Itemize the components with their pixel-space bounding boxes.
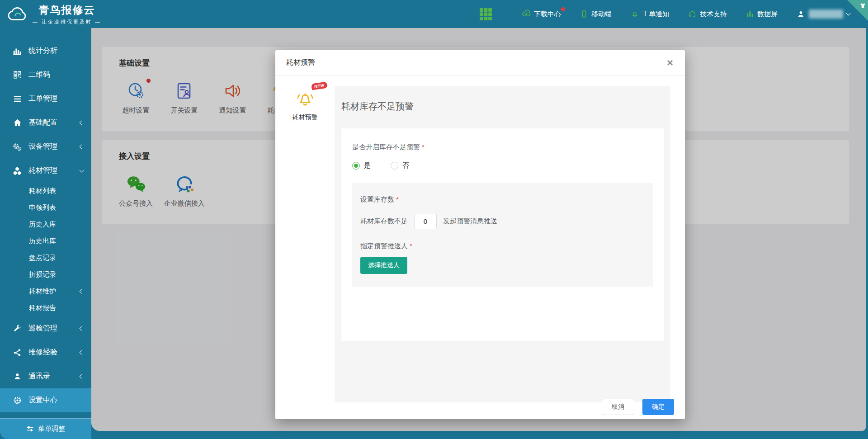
top-header: 青鸟报修云 — 让企业维保更及时 — 下载中心移动端工单通知技术支持数据屏 [0, 0, 868, 28]
close-icon[interactable]: × [667, 57, 673, 68]
header-nav: 下载中心移动端工单通知技术支持数据屏 [480, 8, 850, 20]
header-nav-download-center[interactable]: 下载中心 [522, 9, 561, 19]
user-icon [12, 372, 23, 381]
sidebar-subitem-consumable-maintain[interactable]: 耗材维护 [0, 283, 91, 300]
sidebar-item-devices[interactable]: 设备管理 [0, 135, 91, 159]
radio-yes-label: 是 [364, 161, 371, 170]
push-recipient-label-text: 指定预警推送人 [360, 242, 408, 250]
sidebar-subitem-history-out[interactable]: 历史出库 [0, 233, 91, 250]
stock-threshold-input[interactable] [414, 213, 437, 229]
header-nav-label: 移动端 [591, 10, 612, 19]
headset-icon [688, 10, 697, 19]
sidebar-item-consumables[interactable]: 耗材管理 [0, 159, 91, 183]
header-nav-mobile[interactable]: 移动端 [580, 10, 612, 19]
qrcode-icon [12, 71, 23, 79]
sidebar-item-label: 巡检管理 [28, 324, 80, 333]
list-icon [12, 94, 23, 103]
radio-no-label: 否 [402, 161, 409, 170]
sidebar-item-settings-center[interactable]: 设置中心 [0, 388, 91, 412]
sidebar-item-qrcode[interactable]: 二维码 [0, 63, 91, 87]
boxes-icon [12, 166, 23, 175]
user-name-masked [809, 9, 843, 19]
chevron-left-icon [80, 145, 84, 149]
sidebar-item-stats[interactable]: 统计分析 [0, 39, 91, 63]
theme-shirt-icon [859, 2, 866, 9]
app-root: 青鸟报修云 — 让企业维保更及时 — 下载中心移动端工单通知技术支持数据屏 统计… [0, 0, 868, 439]
bar-chart-icon [12, 47, 23, 56]
required-mark: * [410, 242, 412, 250]
sidebar-item-label: 基础配置 [28, 118, 80, 127]
stock-settings-panel: 设置库存数* 耗材库存数不足 发起预警消息推送 指定预警推送人* 选择推送人 [352, 183, 653, 287]
sidebar-item-label: 设备管理 [28, 142, 80, 151]
share-icon [12, 349, 23, 357]
push-recipient-label: 指定预警推送人* [360, 242, 645, 250]
gears-icon [12, 142, 23, 151]
sidebar-subitem-damage-records[interactable]: 折损记录 [0, 266, 91, 283]
chevron-left-icon [80, 326, 84, 331]
modal-content: 耗材库存不足预警 是否开启库存不足预警* 是 否 [335, 86, 670, 402]
sidebar-item-base-config[interactable]: 基础配置 [0, 111, 91, 135]
confirm-button[interactable]: 确定 [642, 399, 674, 415]
data-bars-icon [746, 10, 754, 18]
required-mark: * [422, 143, 425, 151]
brand-logo[interactable]: 青鸟报修云 — 让企业维保更及时 — [6, 3, 101, 25]
sliders-icon [26, 425, 34, 433]
enable-warning-radio-group: 是 否 [352, 161, 653, 170]
radio-circle-icon [391, 162, 398, 170]
sidebar-item-label: 统计分析 [28, 46, 83, 56]
user-icon [797, 10, 805, 19]
sidebar-item-repair-exp[interactable]: 维修经验 [0, 340, 91, 364]
header-nav-data-screen[interactable]: 数据屏 [746, 10, 778, 19]
modal-nav-consumable-warning[interactable]: NEW 耗材预警 [275, 88, 335, 122]
brand-name: 青鸟报修云 [39, 3, 95, 17]
modal-title: 耗材预警 [286, 58, 315, 67]
sidebar-item-orders[interactable]: 工单管理 [0, 87, 91, 111]
header-nav-tech-support[interactable]: 技术支持 [688, 10, 727, 19]
cancel-button[interactable]: 取消 [602, 399, 634, 415]
sidebar-subitem-stocktake-records[interactable]: 盘点记录 [0, 250, 91, 266]
sidebar-subitem-label: 耗材维护 [29, 287, 80, 296]
sidebar-subitem-consumable-report[interactable]: 耗材报告 [0, 300, 91, 316]
stock-prefix-label: 耗材库存数不足 [360, 217, 408, 226]
download-cloud-icon [522, 9, 531, 19]
sidebar-subitem-history-in[interactable]: 历史入库 [0, 216, 91, 233]
required-mark: * [396, 195, 399, 203]
bell-gold-icon [295, 88, 316, 109]
warning-form-panel: 是否开启库存不足预警* 是 否 设置库存数* [341, 128, 664, 341]
enable-warning-label: 是否开启库存不足预警* [352, 143, 653, 151]
wrench-icon [12, 324, 23, 333]
notification-dot [561, 7, 565, 11]
grid-apps-icon[interactable] [480, 8, 492, 20]
sidebar-subitem-apply-list[interactable]: 申领列表 [0, 199, 91, 216]
section-title: 耗材库存不足预警 [335, 86, 670, 113]
brand-text: 青鸟报修云 — 让企业维保更及时 — [33, 3, 101, 25]
radio-no[interactable]: 否 [391, 161, 409, 170]
sidebar-subitem-label: 耗材列表 [29, 187, 83, 195]
sidebar-item-inspection[interactable]: 巡检管理 [0, 316, 91, 340]
sidebar-item-label: 维修经验 [28, 348, 80, 357]
sidebar-menu: 统计分析二维码工单管理基础配置设备管理耗材管理耗材列表申领列表历史入库历史出库盘… [0, 28, 91, 412]
consumable-warning-modal: 耗材预警 × NEW 耗材预警 耗材库存不足预警 是否开启库存不足预警* [275, 50, 685, 419]
sidebar-subitem-label: 申领列表 [29, 203, 83, 212]
header-nav-label: 技术支持 [700, 10, 727, 19]
sidebar-item-contacts[interactable]: 通讯录 [0, 364, 91, 388]
sidebar-item-label: 耗材管理 [28, 166, 80, 175]
modal-nav-label: 耗材预警 [292, 113, 318, 122]
header-nav-order-notify[interactable]: 工单通知 [631, 10, 669, 19]
modal-nav-icon-wrap: NEW [295, 88, 316, 111]
mobile-icon [580, 10, 588, 18]
chevron-down-icon [80, 168, 84, 172]
radio-circle-icon [352, 162, 360, 170]
choose-push-recipient-button[interactable]: 选择推送人 [360, 257, 407, 274]
sidebar-item-menu-adjust[interactable]: 菜单调整 [0, 418, 91, 439]
radio-yes[interactable]: 是 [352, 161, 371, 170]
chevron-left-icon [80, 121, 84, 125]
sidebar-subitem-label: 历史入库 [29, 220, 83, 229]
cloud-icon [6, 6, 28, 23]
sidebar-subitem-consumable-list[interactable]: 耗材列表 [0, 183, 91, 199]
new-badge: NEW [311, 82, 327, 90]
header-nav-label: 工单通知 [642, 10, 669, 19]
stock-group-label: 设置库存数* [360, 195, 645, 204]
user-menu[interactable] [797, 9, 850, 19]
bell-icon [631, 10, 639, 18]
